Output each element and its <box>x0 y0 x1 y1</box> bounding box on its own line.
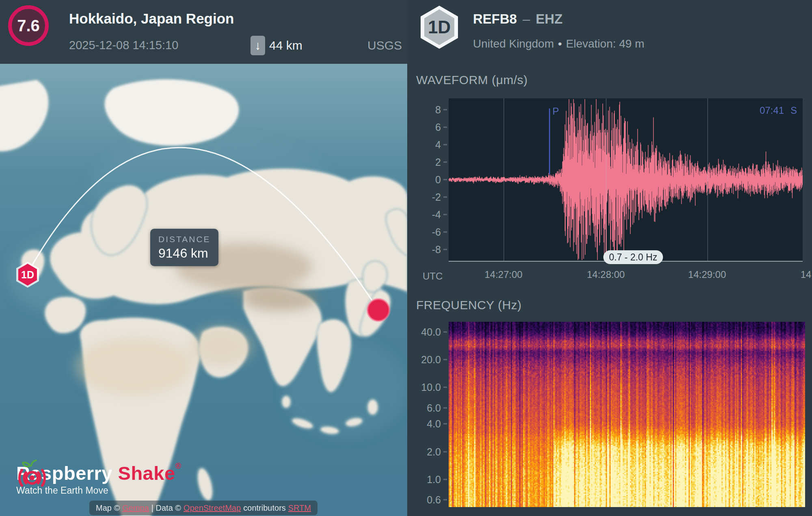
station-marker-label: 1D <box>21 269 34 281</box>
spectrogram-chart[interactable]: 40.020.010.06.04.02.01.00.6 <box>449 322 805 507</box>
event-title: Hokkaido, Japan Region <box>69 11 234 27</box>
utc-axis-label: UTC <box>423 271 443 282</box>
frequency-ytick: 40.0 <box>421 326 447 338</box>
distance-value: 9146 km <box>158 246 218 261</box>
station-badge: 1D <box>421 6 458 49</box>
station-panel: 1D REFB8–EHZ United Kingdom•Elevation: 4… <box>407 0 812 516</box>
seismic-waves-icon <box>16 459 48 493</box>
distance-tooltip: DISTANCE 9146 km <box>150 229 218 266</box>
station-code-line: REFB8–EHZ <box>473 11 563 27</box>
s-arrival-time: 07:41 <box>760 105 784 116</box>
magnitude-badge: 7.6 <box>8 5 49 46</box>
srtm-link[interactable]: SRTM <box>288 503 311 513</box>
frequency-ytick: 10.0 <box>421 382 447 393</box>
event-datetime: 2025-12-08 14:15:10 <box>69 39 178 52</box>
attribution-text: Map © <box>96 503 120 513</box>
frequency-section-title: FREQUENCY (Hz) <box>416 298 522 312</box>
raspberry-shake-app: 7.6 Hokkaido, Japan Region 2025-12-08 14… <box>0 0 812 516</box>
distance-label: DISTANCE <box>158 234 218 244</box>
gempa-link[interactable]: Gempa <box>122 503 149 513</box>
frequency-ytick: 0.6 <box>427 494 447 506</box>
magnitude-value: 7.6 <box>17 17 40 35</box>
waveform-ytick: 8 <box>435 104 447 115</box>
waveform-ytick: -8 <box>432 244 447 256</box>
frequency-ytick: 20.0 <box>421 354 447 366</box>
world-map[interactable]: 1D DISTANCE 9146 km <box>0 64 407 516</box>
waveform-ytick: -2 <box>432 191 447 203</box>
waveform-section-title: WAVEFORM (μm/s) <box>416 73 528 87</box>
waveform-trace <box>449 98 803 261</box>
gridline <box>606 98 607 261</box>
station-country: United Kingdom <box>473 37 554 50</box>
waveform-xtick: 14:28:00 <box>587 269 624 280</box>
station-elevation: Elevation: 49 m <box>566 37 644 50</box>
p-arrival-marker <box>549 108 550 174</box>
waveform-xtick: 14:29:00 <box>688 269 726 280</box>
attribution-text: contributors <box>243 503 286 513</box>
waveform-ytick: 6 <box>435 121 447 133</box>
map-canvas <box>0 64 407 516</box>
map-attribution: Map © Gempa | Data © OpenStreetMap contr… <box>89 501 317 515</box>
attribution-text: | Data © <box>151 503 181 513</box>
waveform-xtick: 14: <box>801 269 812 280</box>
openstreetmap-link[interactable]: OpenStreetMap <box>184 503 241 513</box>
station-location-line: United Kingdom•Elevation: 49 m <box>473 37 644 50</box>
waveform-chart[interactable]: 86420-2-4-6-8 P 07:41S 0.7 - 2.0 Hz <box>449 98 803 262</box>
waveform-ytick: 0 <box>435 174 447 186</box>
epicenter-marker[interactable] <box>367 299 389 321</box>
frequency-ytick: 4.0 <box>427 418 447 430</box>
frequency-ytick: 6.0 <box>427 402 447 414</box>
event-source: USGS <box>367 39 402 52</box>
spectrogram-image <box>449 322 805 507</box>
event-header: 7.6 Hokkaido, Japan Region 2025-12-08 14… <box>0 0 407 64</box>
event-map-panel: 7.6 Hokkaido, Japan Region 2025-12-08 14… <box>0 0 407 516</box>
gridline <box>503 98 504 261</box>
depth-value: 44 km <box>269 39 302 52</box>
station-badge-label: 1D <box>428 17 451 37</box>
s-arrival-label: 07:41S <box>760 105 797 116</box>
waveform-ytick: 2 <box>435 156 447 168</box>
waveform-xtick: 14:27:00 <box>484 269 522 280</box>
station-separator: – <box>523 11 530 26</box>
frequency-ytick: 2.0 <box>427 446 447 457</box>
raspberry-shake-logo: Raspberry Shake® Watch the Earth Move <box>16 459 181 496</box>
waveform-ytick: 4 <box>435 139 447 150</box>
depth-arrow-icon: ↓ <box>251 36 265 55</box>
frequency-ytick: 1.0 <box>427 473 447 485</box>
event-depth: ↓ 44 km <box>251 36 302 55</box>
p-arrival-label: P <box>553 106 559 117</box>
waveform-ytick: -4 <box>432 209 447 221</box>
waveform-ytick: -6 <box>432 226 447 238</box>
station-channel: EHZ <box>536 11 563 26</box>
station-code: REFB8 <box>473 11 517 26</box>
gridline <box>707 98 708 261</box>
filter-band-badge: 0.7 - 2.0 Hz <box>603 250 663 264</box>
